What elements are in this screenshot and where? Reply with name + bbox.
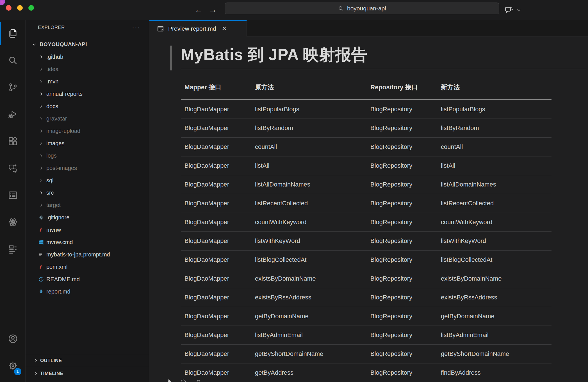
chevron-right-icon bbox=[37, 178, 45, 183]
table-cell: listRecentCollected bbox=[251, 194, 367, 213]
activity-bar-item-chat[interactable] bbox=[0, 155, 26, 182]
table-cell: listPopularBlogs bbox=[437, 100, 551, 119]
chevron-right-icon bbox=[32, 371, 40, 376]
chevron-right-icon bbox=[37, 203, 45, 208]
navigate-back-button[interactable]: ← bbox=[193, 4, 205, 16]
navigate-forward-button[interactable]: → bbox=[207, 4, 219, 16]
activity-bar-item-extensions[interactable] bbox=[0, 128, 26, 155]
chevron-right-icon bbox=[37, 67, 45, 72]
tree-item-label: image-upload bbox=[46, 128, 80, 134]
window-minimize-button[interactable] bbox=[17, 5, 23, 11]
activity-bar-item-outline-blocks[interactable] bbox=[0, 236, 26, 263]
panel-timeline[interactable]: TIMELINE bbox=[26, 367, 149, 380]
markdown-preview-icon bbox=[157, 25, 164, 33]
tree-item-image-upload[interactable]: image-upload bbox=[26, 125, 149, 137]
copilot-menu-button[interactable] bbox=[504, 4, 522, 16]
tree-item-post-images[interactable]: post-images bbox=[26, 162, 149, 174]
table-cell: BlogDaoMapper bbox=[181, 344, 251, 363]
table-cell: BlogRepository bbox=[367, 307, 437, 326]
activity-bar-item-search[interactable] bbox=[0, 47, 26, 74]
tree-item-images[interactable]: images bbox=[26, 137, 149, 149]
table-row: BlogDaoMapperexistsByRssAddressBlogRepos… bbox=[181, 288, 551, 307]
table-cell: BlogDaoMapper bbox=[181, 213, 251, 231]
table-cell: listWithKeyWord bbox=[437, 231, 551, 250]
explorer-header: EXPLORER ··· bbox=[26, 20, 149, 35]
activity-bar-item-react-tools[interactable] bbox=[0, 209, 26, 236]
table-cell: BlogDaoMapper bbox=[181, 137, 251, 156]
chevron-right-icon bbox=[37, 54, 45, 60]
tree-item-gravatar[interactable]: gravatar bbox=[26, 112, 149, 125]
tree-item-annual-reports[interactable]: annual-reports bbox=[26, 88, 149, 100]
table-cell: countAll bbox=[251, 137, 367, 156]
tree-item-mybatis-to-jpa-prompt-md[interactable]: mybatis-to-jpa.prompt.md bbox=[26, 248, 149, 261]
tree-item--gitignore[interactable]: .gitignore bbox=[26, 211, 149, 224]
table-cell: existsByDomainName bbox=[437, 269, 551, 288]
tree-root-boyouquan-api[interactable]: BOYOUQUAN-API bbox=[26, 38, 149, 51]
chevron-right-icon bbox=[37, 141, 45, 146]
tree-item-logs[interactable]: logs bbox=[26, 149, 149, 162]
table-cell: listByAdminEmail bbox=[437, 326, 551, 344]
table-cell: listAll bbox=[251, 156, 367, 175]
activity-bar-item-list-view[interactable] bbox=[0, 182, 26, 209]
tree-item-sql[interactable]: sql bbox=[26, 174, 149, 187]
list-view-icon bbox=[8, 190, 18, 201]
activity-bar: 1 bbox=[0, 20, 26, 382]
command-center-text: boyouquan-api bbox=[347, 5, 386, 12]
table-row: BlogDaoMappercountWithKeywordBlogReposit… bbox=[181, 213, 551, 231]
tree-item-pom-xml[interactable]: pom.xml bbox=[26, 261, 149, 273]
tree-item-label: docs bbox=[46, 103, 58, 110]
table-cell: listAllDomainNames bbox=[251, 175, 367, 194]
tree-item-label: mybatis-to-jpa.prompt.md bbox=[46, 251, 110, 258]
table-cell: findByAddress bbox=[437, 363, 551, 382]
table-cell: BlogDaoMapper bbox=[181, 175, 251, 194]
tree-item-docs[interactable]: docs bbox=[26, 100, 149, 112]
table-cell: BlogDaoMapper bbox=[181, 119, 251, 137]
window-zoom-button[interactable] bbox=[28, 5, 34, 11]
chevron-right-icon bbox=[37, 91, 45, 97]
tree-item-src[interactable]: src bbox=[26, 187, 149, 199]
activity-bar-item-accounts[interactable] bbox=[0, 325, 26, 352]
tree-item--mvn[interactable]: .mvn bbox=[26, 75, 149, 88]
tree-item-mvnw[interactable]: mvnw bbox=[26, 224, 149, 236]
tree-item-readme-md[interactable]: README.md bbox=[26, 273, 149, 285]
table-cell: BlogRepository bbox=[367, 119, 437, 137]
settings-badge: 1 bbox=[13, 367, 22, 376]
tree-item-mvnw-cmd[interactable]: mvnw.cmd bbox=[26, 236, 149, 248]
table-row: BlogDaoMappercountAllBlogRepositorycount… bbox=[181, 137, 551, 156]
activity-bar-item-explorer[interactable] bbox=[0, 20, 26, 47]
table-cell: BlogRepository bbox=[367, 156, 437, 175]
explorer-more-actions-button[interactable]: ··· bbox=[132, 24, 140, 31]
tree-item--github[interactable]: .github bbox=[26, 51, 149, 63]
activity-bar-item-run-and-debug[interactable] bbox=[0, 101, 26, 128]
tree-item-report-md[interactable]: report.md bbox=[26, 285, 149, 298]
table-cell: BlogDaoMapper bbox=[181, 100, 251, 119]
tree-item-target[interactable]: target bbox=[26, 199, 149, 211]
tree-item-label: mvnw bbox=[46, 227, 61, 233]
column-header: 原方法 bbox=[251, 69, 367, 100]
command-center-search[interactable]: boyouquan-api bbox=[225, 3, 499, 14]
tree-item--idea[interactable]: .idea bbox=[26, 63, 149, 75]
table-cell: BlogRepository bbox=[367, 175, 437, 194]
table-cell: getByDomainName bbox=[251, 307, 367, 326]
window-close-button[interactable] bbox=[6, 5, 12, 11]
chevron-down-icon bbox=[31, 42, 38, 47]
tab-preview-report[interactable]: Preview report.md ✕ bbox=[149, 20, 247, 37]
table-cell: existsByRssAddress bbox=[437, 288, 551, 307]
table-row: BlogDaoMapperlistByRandomBlogRepositoryl… bbox=[181, 119, 551, 137]
tree-item-label: images bbox=[46, 140, 64, 147]
extensions-icon bbox=[8, 136, 18, 147]
table-cell: BlogDaoMapper bbox=[181, 307, 251, 326]
activity-bar-item-source-control[interactable] bbox=[0, 74, 26, 101]
markdown-lines-icon bbox=[37, 252, 45, 258]
chevron-right-icon bbox=[37, 104, 45, 109]
activity-bar-item-settings[interactable]: 1 bbox=[0, 352, 26, 379]
explorer-title: EXPLORER bbox=[38, 25, 65, 30]
table-row: BlogDaoMapperlistWithKeyWordBlogReposito… bbox=[181, 231, 551, 250]
tree-item-label: mvnw.cmd bbox=[46, 239, 73, 245]
sidebar-panels: OUTLINETIMELINE bbox=[26, 354, 149, 380]
panel-outline[interactable]: OUTLINE bbox=[26, 354, 149, 367]
tab-close-icon[interactable]: ✕ bbox=[222, 25, 227, 32]
tree-item-label: .gitignore bbox=[46, 214, 69, 221]
panel-label: TIMELINE bbox=[40, 371, 63, 376]
table-row: BlogDaoMapperexistsByDomainNameBlogRepos… bbox=[181, 269, 551, 288]
